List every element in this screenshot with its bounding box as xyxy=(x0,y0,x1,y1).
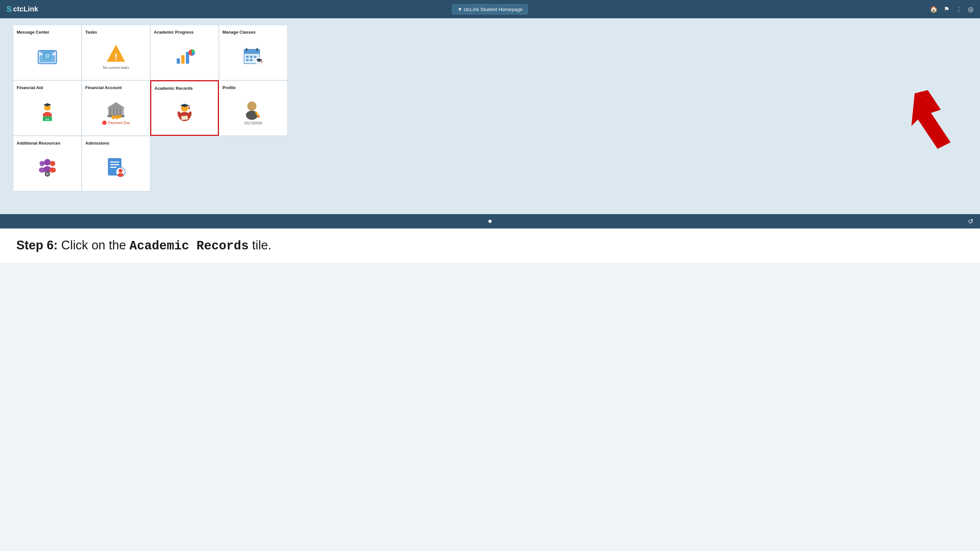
svg-rect-39 xyxy=(119,108,121,116)
svg-point-44 xyxy=(118,115,121,118)
tile-admissions[interactable]: Admissions xyxy=(82,136,150,191)
svg-rect-18 xyxy=(250,56,253,58)
pagination-dot[interactable] xyxy=(488,220,492,223)
top-nav: S ctcLink ▼ ctcLink Student Homepage 🏠 ⚑… xyxy=(0,0,980,18)
logo-text: ctcLink xyxy=(13,5,38,13)
tile-financial-account[interactable]: Financial Account 🔴 xyxy=(82,80,150,136)
svg-rect-69 xyxy=(49,173,50,175)
instruction-text: Step 6: Click on the Academic Records ti… xyxy=(16,238,964,253)
svg-rect-9 xyxy=(181,55,185,64)
tile-manage-classes-title: Manage Classes xyxy=(223,30,255,35)
tile-financial-account-title: Financial Account xyxy=(85,85,121,90)
step-text: Click on the xyxy=(58,238,130,252)
step-end: tile. xyxy=(248,238,272,252)
tile-financial-aid-icon-area: $$$ xyxy=(37,91,58,132)
tile-admissions-title: Admissions xyxy=(85,141,110,146)
svg-rect-19 xyxy=(254,56,256,58)
flag-icon[interactable]: ⚑ xyxy=(944,5,950,13)
tile-tasks[interactable]: Tasks ! No current tasks xyxy=(82,25,150,80)
financial-account-icon xyxy=(105,99,126,120)
tile-additional-resources-title: Additional Resources xyxy=(17,141,60,146)
tile-academic-progress-icon-area xyxy=(174,36,195,77)
tile-message-center[interactable]: Message Center @ xyxy=(13,25,82,80)
compass-icon[interactable]: ◎ xyxy=(968,5,974,13)
payment-due-icon: 🔴 xyxy=(102,121,107,125)
tile-manage-classes[interactable]: Manage Classes xyxy=(219,25,288,80)
svg-rect-68 xyxy=(45,173,46,175)
svg-rect-21 xyxy=(250,59,253,61)
svg-rect-73 xyxy=(110,164,119,165)
svg-rect-8 xyxy=(177,59,180,64)
svg-rect-67 xyxy=(47,175,48,176)
refresh-icon[interactable]: ↺ xyxy=(968,218,974,225)
tile-tasks-title: Tasks xyxy=(85,30,97,35)
more-icon[interactable]: ⋮ xyxy=(956,5,962,13)
svg-rect-16 xyxy=(256,48,258,51)
financial-aid-icon: $$$ xyxy=(37,102,58,122)
tile-profile-title: Profile xyxy=(223,85,235,90)
logo: S ctcLink xyxy=(6,5,38,14)
academic-progress-icon xyxy=(174,46,195,67)
academic-records-keyword: Academic Records xyxy=(129,239,248,253)
svg-rect-66 xyxy=(47,171,48,173)
tile-additional-resources-icon-area xyxy=(37,147,58,188)
svg-rect-17 xyxy=(246,56,248,58)
svg-point-42 xyxy=(111,115,115,119)
nav-icons: 🏠 ⚑ ⋮ ◎ xyxy=(930,5,974,13)
nav-center: ▼ ctcLink Student Homepage xyxy=(452,4,528,14)
svg-rect-15 xyxy=(246,48,247,51)
svg-point-65 xyxy=(46,173,49,175)
svg-point-54 xyxy=(247,102,256,111)
tile-financial-account-badge: 🔴 Payment Due xyxy=(102,121,130,125)
tile-academic-records-icon-area xyxy=(174,92,195,132)
tile-message-center-icon-area: @ xyxy=(37,36,58,77)
step-label: Step 6: xyxy=(16,238,58,252)
manage-classes-icon xyxy=(243,46,264,67)
tile-academic-progress[interactable]: Academic Progress xyxy=(150,25,219,80)
svg-rect-36 xyxy=(110,108,111,116)
tile-profile-id: 201762939 xyxy=(244,121,262,125)
svg-rect-10 xyxy=(186,52,189,64)
tile-academic-records[interactable]: Academic Records xyxy=(150,80,219,136)
svg-rect-37 xyxy=(113,108,115,116)
homepage-dropdown[interactable]: ▼ ctcLink Student Homepage xyxy=(452,4,528,14)
profile-icon xyxy=(243,99,264,120)
tile-financial-aid-title: Financial Aid xyxy=(17,85,43,90)
svg-point-49 xyxy=(188,107,190,109)
tile-profile-icon-area: 201762939 xyxy=(243,91,264,132)
svg-rect-38 xyxy=(116,108,118,116)
tile-admissions-icon-area xyxy=(105,147,126,188)
svg-point-63 xyxy=(49,167,56,173)
main-area: Message Center @ Tasks ! No xyxy=(0,18,980,214)
svg-point-60 xyxy=(44,159,51,165)
admissions-icon xyxy=(105,157,126,178)
tile-additional-resources[interactable]: Additional Resources xyxy=(13,136,82,191)
svg-point-27 xyxy=(261,61,262,63)
logo-icon: S xyxy=(6,5,12,14)
academic-records-icon xyxy=(174,102,195,122)
message-icon: @ xyxy=(37,46,58,67)
tile-tasks-subtitle: No current tasks xyxy=(103,66,129,70)
bottom-bar: ↺ xyxy=(0,214,980,229)
additional-resources-icon xyxy=(37,157,58,178)
tile-message-center-title: Message Center xyxy=(17,30,49,35)
instruction-area: Step 6: Click on the Academic Records ti… xyxy=(0,229,980,263)
svg-point-76 xyxy=(119,169,123,173)
svg-text:$$$: $$$ xyxy=(45,118,50,121)
tile-financial-aid[interactable]: Financial Aid $$$ xyxy=(13,80,82,136)
tile-financial-account-icon-area: 🔴 Payment Due xyxy=(102,91,130,132)
tile-tasks-icon-area: ! No current tasks xyxy=(103,36,129,77)
svg-marker-40 xyxy=(107,102,125,108)
tile-academic-progress-title: Academic Progress xyxy=(154,30,193,35)
tiles-row-3: Additional Resources xyxy=(13,136,967,191)
tiles-row-2: Financial Aid $$$ Financial Account xyxy=(13,80,967,136)
svg-rect-74 xyxy=(110,167,117,168)
svg-text:!: ! xyxy=(115,52,117,62)
svg-rect-72 xyxy=(110,162,119,162)
tile-profile[interactable]: Profile 201762939 xyxy=(219,80,288,136)
payment-due-text: Payment Due xyxy=(108,121,130,125)
tile-academic-records-title: Academic Records xyxy=(154,86,193,91)
home-icon[interactable]: 🏠 xyxy=(930,5,938,13)
tile-manage-classes-icon-area xyxy=(243,36,264,77)
svg-point-62 xyxy=(50,161,55,166)
